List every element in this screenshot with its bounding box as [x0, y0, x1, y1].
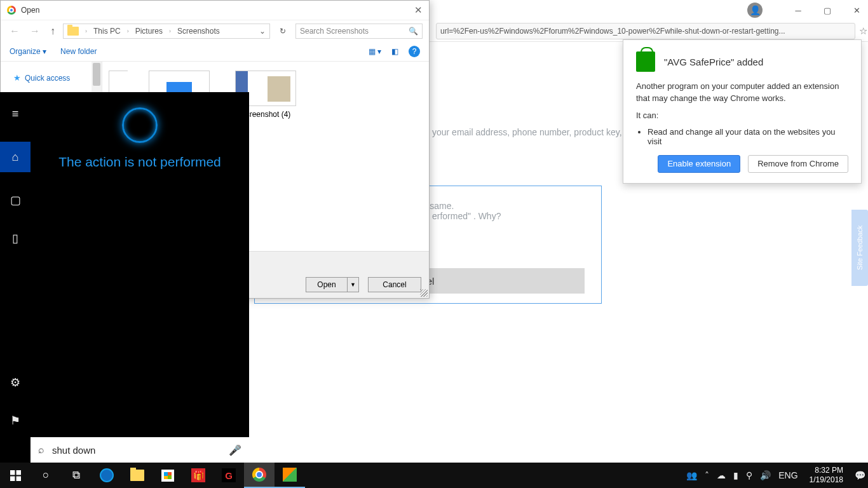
refresh-button[interactable]: ↻ [275, 27, 290, 36]
feedback-person-icon[interactable]: ⚑ [0, 410, 31, 431]
resize-grip[interactable] [420, 289, 428, 297]
microphone-icon[interactable]: 🎤 [229, 444, 241, 456]
dialog-titlebar: Open ✕ [1, 1, 429, 20]
site-feedback-tab[interactable]: Site Feedback [851, 210, 868, 286]
system-tray: 👥 ˄ ☁ ▮ ⚲ 🔊 ENG 8:32 PM 1/19/2018 💬 [686, 463, 868, 488]
minimize-button[interactable]: ─ [789, 1, 807, 19]
people-icon[interactable]: 👥 [686, 470, 697, 480]
edge-taskbar-icon[interactable] [92, 463, 122, 488]
home-icon[interactable]: ⌂ [0, 142, 31, 172]
dialog-search-input[interactable]: Search Screenshots 🔍 [295, 24, 423, 39]
folder-icon [67, 27, 79, 36]
close-button[interactable]: ✕ [848, 1, 865, 19]
extension-added-popup: "AVG SafePrice" added Another program on… [623, 39, 862, 184]
task-view-icon[interactable]: ⧉ [61, 463, 92, 488]
store-taskbar-icon[interactable] [153, 463, 183, 488]
permission-item: Read and change all your data on the web… [648, 127, 848, 146]
gift-taskbar-icon[interactable]: 🎁 [183, 463, 214, 488]
svg-rect-0 [10, 470, 15, 475]
clock[interactable]: 8:32 PM 1/19/2018 [806, 466, 847, 485]
search-input-value[interactable]: shut down [52, 445, 95, 456]
hamburger-icon[interactable]: ≡ [0, 104, 31, 124]
dialog-nav-row: ← → ↑ › This PC › Pictures › Screenshots… [1, 20, 429, 41]
settings-gear-icon[interactable]: ⚙ [0, 372, 31, 393]
new-folder-button[interactable]: New folder [60, 47, 97, 56]
crumb-screenshots[interactable]: Screenshots [177, 27, 220, 36]
file-explorer-taskbar-icon[interactable] [122, 463, 153, 488]
view-mode-icon[interactable]: ▦ ▾ [369, 47, 381, 56]
remove-from-chrome-button[interactable]: Remove from Chrome [748, 155, 848, 173]
chrome-icon [7, 6, 16, 15]
maximize-button[interactable]: ▢ [818, 1, 836, 19]
svg-rect-1 [16, 470, 20, 475]
svg-rect-3 [16, 476, 20, 480]
forward-button[interactable]: → [27, 25, 43, 37]
organize-menu[interactable]: Organize ▾ [10, 47, 46, 56]
dialog-title: Open [21, 6, 39, 15]
search-icon: 🔍 [409, 27, 418, 36]
dialog-cancel-button[interactable]: Cancel [368, 277, 421, 292]
garena-taskbar-icon[interactable]: G [214, 463, 244, 488]
crumb-dropdown-icon[interactable]: ⌄ [259, 27, 266, 36]
devices-icon[interactable]: ▯ [0, 228, 31, 248]
language-indicator[interactable]: ENG [778, 470, 797, 480]
cortana-panel: ≡ ⌂ ▢ ▯ ⚙ ⚑ The action is not performed … [0, 92, 249, 463]
cortana-message: The action is not performed [58, 154, 221, 170]
chrome-taskbar-icon[interactable] [244, 463, 275, 488]
onedrive-icon[interactable]: ☁ [717, 470, 726, 480]
back-button[interactable]: ← [7, 25, 22, 37]
bookmark-star-icon[interactable]: ☆ [859, 25, 867, 37]
open-button[interactable]: Open [306, 277, 348, 292]
address-bar[interactable]: url=%2Fen-us%2Fwindows%2Fforum%2Fwindows… [436, 23, 855, 39]
star-icon: ★ [13, 73, 21, 83]
shopping-bag-icon [636, 51, 655, 72]
taskbar: ○ ⧉ 🎁 G 👥 ˄ ☁ ▮ ⚲ 🔊 ENG 8:32 PM 1/19/201… [0, 463, 868, 488]
cortana-search-bar[interactable]: ⌕ shut down 🎤 [31, 437, 249, 463]
action-center-icon[interactable]: 💬 [855, 470, 865, 480]
crumb-root[interactable]: This PC [93, 27, 121, 36]
cortana-taskbar-icon[interactable]: ○ [31, 463, 61, 488]
dialog-toolbar: Organize ▾ New folder ▦ ▾ ◧ ? [1, 41, 429, 62]
popup-body: Another program on your computer added a… [636, 81, 848, 105]
battery-icon[interactable]: ▮ [733, 470, 738, 480]
volume-icon[interactable]: 🔊 [760, 470, 771, 480]
quick-access-item[interactable]: ★Quick access [13, 73, 98, 83]
preview-pane-icon[interactable]: ◧ [391, 47, 398, 56]
notebook-icon[interactable]: ▢ [0, 190, 31, 210]
crumb-pictures[interactable]: Pictures [135, 27, 163, 36]
search-icon: ⌕ [38, 444, 44, 456]
cortana-main: The action is not performed [31, 92, 249, 463]
open-split-button[interactable]: ▼ [348, 277, 359, 292]
avg-taskbar-icon[interactable] [275, 463, 305, 488]
start-button[interactable] [0, 463, 31, 488]
help-icon[interactable]: ? [409, 46, 420, 57]
wifi-icon[interactable]: ⚲ [746, 470, 752, 480]
tray-chevron-icon[interactable]: ˄ [705, 470, 709, 480]
cortana-ring-icon [122, 107, 158, 143]
up-button[interactable]: ↑ [48, 25, 58, 37]
svg-rect-2 [10, 476, 15, 480]
enable-extension-button[interactable]: Enable extension [658, 155, 740, 173]
popup-can-label: It can: [636, 110, 848, 122]
account-icon[interactable]: 👤 [747, 3, 763, 18]
popup-title: "AVG SafePrice" added [664, 57, 763, 67]
cortana-rail: ≡ ⌂ ▢ ▯ ⚙ ⚑ [0, 92, 31, 463]
breadcrumb[interactable]: › This PC › Pictures › Screenshots ⌄ [63, 24, 270, 39]
dialog-close-button[interactable]: ✕ [414, 4, 423, 16]
